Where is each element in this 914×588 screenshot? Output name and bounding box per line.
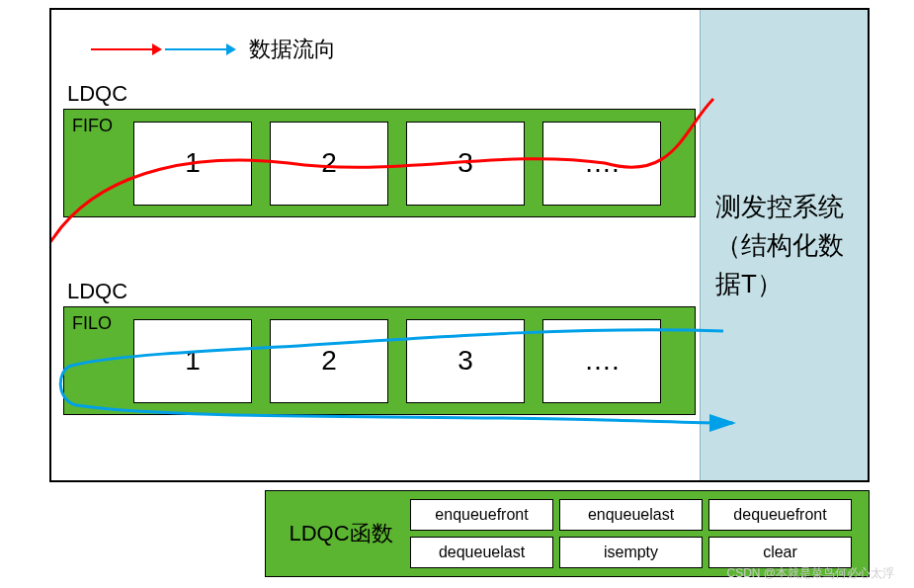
ldqc-label-filo: LDQC xyxy=(67,279,127,304)
fifo-cell: 2 xyxy=(270,122,388,206)
func-item: dequeuelast xyxy=(410,537,553,568)
filo-cell: 1 xyxy=(133,319,252,403)
legend-label: 数据流向 xyxy=(249,35,336,64)
func-item: isempty xyxy=(559,537,703,568)
right-system-panel: 测发控系统（结构化数据T） xyxy=(700,10,868,480)
ldqc-functions-panel: LDQC函数 enqueuefront enqueuelast dequeuef… xyxy=(265,490,870,577)
ldqc-label-fifo: LDQC xyxy=(67,81,127,107)
fifo-queue: FIFO 1 2 3 …. xyxy=(63,109,696,217)
functions-grid: enqueuefront enqueuelast dequeuefront de… xyxy=(410,499,852,568)
filo-queue: FILO 1 2 3 …. xyxy=(63,306,696,415)
func-item: clear xyxy=(708,537,852,568)
filo-type-label: FILO xyxy=(72,313,112,334)
filo-cell: …. xyxy=(542,319,661,403)
blue-arrow-icon xyxy=(165,48,234,50)
filo-cell: 2 xyxy=(270,319,388,403)
func-item: enqueuelast xyxy=(559,499,703,531)
right-panel-text: 测发控系统（结构化数据T） xyxy=(715,188,853,303)
fifo-cell: 3 xyxy=(406,122,525,206)
func-item: dequeuefront xyxy=(708,499,852,531)
fifo-type-label: FIFO xyxy=(72,116,113,136)
diagram-container: 数据流向 LDQC FIFO 1 2 3 …. LDQC FILO 1 2 3 … xyxy=(49,8,870,482)
fifo-cell: 1 xyxy=(133,122,252,206)
functions-label: LDQC函数 xyxy=(272,519,410,548)
fifo-cell: …. xyxy=(542,122,661,206)
watermark: CSDN @本就是菜鸟何必心太浮 xyxy=(726,565,894,582)
func-item: enqueuefront xyxy=(410,499,553,531)
filo-cell: 3 xyxy=(406,319,525,403)
red-arrow-icon xyxy=(91,48,160,50)
legend: 数据流向 xyxy=(91,35,336,64)
